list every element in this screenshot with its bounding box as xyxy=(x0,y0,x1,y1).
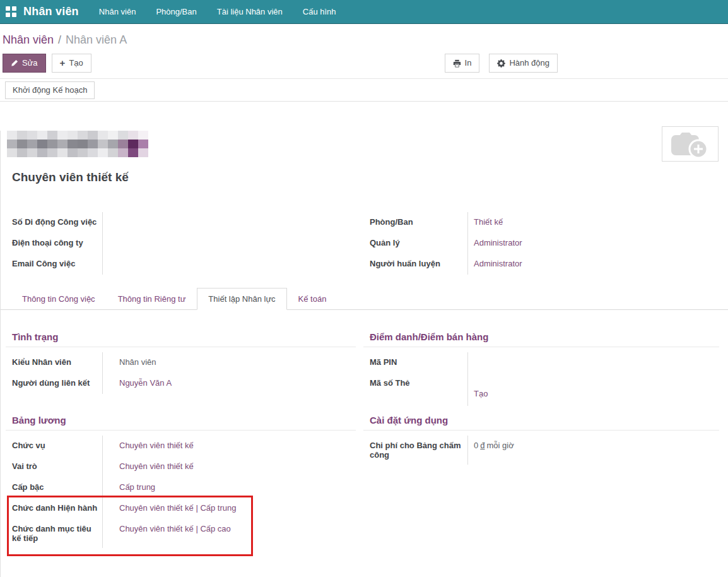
field-value-timesheet-cost[interactable]: 0đmỗi giờ xyxy=(467,436,719,465)
gear-icon xyxy=(497,59,505,68)
field-label-department: Phòng/Ban xyxy=(363,212,467,233)
apps-menu-icon[interactable] xyxy=(6,6,17,18)
top-navbar: Nhân viên Nhân viên Phòng/Ban Tài liệu N… xyxy=(0,0,728,24)
generate-badge-link[interactable]: Tạo xyxy=(474,389,488,398)
field-label-badge-id: Mã số Thẻ xyxy=(363,373,467,406)
apps-menu-square xyxy=(12,6,16,11)
section-app-settings: Cài đặt ứng dụng Chi phí cho Bảng chấm c… xyxy=(363,415,719,548)
create-button-label: Tạo xyxy=(69,58,83,68)
section-title-app-settings: Cài đặt ứng dụng xyxy=(363,415,719,431)
status-bar: Khởi động Kế hoạch xyxy=(0,79,728,102)
field-label-related-user: Người dùng liên kết xyxy=(6,373,102,394)
tab-work-information[interactable]: Thông tin Công việc xyxy=(11,288,107,310)
section-title-status: Tình trạng xyxy=(6,331,356,347)
navbar-menu: Nhân viên Phòng/Ban Tài liệu Nhân viên C… xyxy=(89,0,346,23)
menu-item-departments[interactable]: Phòng/Ban xyxy=(146,0,206,23)
field-label-work-phone: Điện thoại công ty xyxy=(6,233,102,254)
breadcrumb-parent[interactable]: Nhân viên xyxy=(3,33,54,46)
hr-settings-tab-content: Tình trạng Kiểu Nhân viên Nhân viên Ngườ… xyxy=(1,310,728,548)
timesheet-cost-suffix: mỗi giờ xyxy=(486,441,514,450)
field-label-current-job-title: Chức danh Hiện hành xyxy=(6,498,102,519)
field-value-job-position[interactable]: Chuyên viên thiết kế xyxy=(119,441,194,450)
notebook-tabs: Thông tin Công việc Thông tin Riêng tư T… xyxy=(1,288,728,310)
plus-icon: + xyxy=(60,59,66,68)
breadcrumb: Nhân viên/Nhân viên A xyxy=(0,24,728,47)
apps-menu-square xyxy=(12,13,16,17)
field-value-related-user[interactable]: Nguyễn Văn A xyxy=(119,378,172,388)
field-value-work-email[interactable] xyxy=(102,254,356,275)
employee-name-blurred-image xyxy=(7,131,148,157)
field-label-manager: Quản lý xyxy=(363,233,467,254)
edit-button-label: Sửa xyxy=(22,58,38,68)
field-label-next-target-job-title: Chức danh mục tiêu kế tiếp xyxy=(6,519,102,548)
breadcrumb-separator: / xyxy=(58,33,61,46)
currency-symbol-dong: đ xyxy=(480,441,484,450)
breadcrumb-current: Nhân viên A xyxy=(66,33,127,46)
employee-photo-placeholder[interactable] xyxy=(662,126,719,162)
org-field-group: Phòng/Ban Thiết kế Quản lý Administrator… xyxy=(363,212,719,275)
field-value-role[interactable]: Chuyên viên thiết kế xyxy=(119,461,194,471)
field-value-current-job-title[interactable]: Chuyên viên thiết kế | Cấp trung xyxy=(119,503,237,513)
print-button[interactable]: In xyxy=(445,54,480,73)
field-value-pin-code[interactable] xyxy=(467,352,719,373)
create-button[interactable]: + Tạo xyxy=(52,54,91,73)
menu-item-employee-documents[interactable]: Tài liệu Nhân viên xyxy=(207,0,293,23)
edit-button[interactable]: Sửa xyxy=(3,54,46,73)
employee-form-sheet: Chuyên viên thiết kế Số Di động Công việ… xyxy=(0,131,728,577)
field-value-coach[interactable]: Administrator xyxy=(474,259,522,268)
launch-plan-button[interactable]: Khởi động Kế hoạch xyxy=(5,81,95,99)
camera-plus-icon xyxy=(669,129,711,158)
section-attendance-pos: Điểm danh/Điểm bán hàng Mã PIN Mã số Thẻ… xyxy=(363,331,719,406)
field-label-work-mobile: Số Di động Công việc xyxy=(6,212,102,233)
pencil-icon xyxy=(11,59,18,67)
field-value-manager[interactable]: Administrator xyxy=(474,238,522,247)
field-value-grade[interactable]: Cấp trung xyxy=(119,482,155,492)
tab-accounting[interactable]: Kế toán xyxy=(287,288,338,310)
field-value-department[interactable]: Thiết kế xyxy=(474,217,503,227)
employee-job-title: Chuyên viên thiết kế xyxy=(12,170,728,184)
printer-icon xyxy=(453,59,461,68)
field-label-pin-code: Mã PIN xyxy=(363,352,467,373)
print-button-label: In xyxy=(465,58,472,68)
action-button-label: Hành động xyxy=(509,58,549,68)
field-value-employee-type[interactable]: Nhân viên xyxy=(102,352,356,373)
field-label-employee-type: Kiểu Nhân viên xyxy=(6,352,102,373)
apps-menu-square xyxy=(6,13,10,17)
menu-item-employees[interactable]: Nhân viên xyxy=(89,0,146,23)
section-payroll: Bảng lương Chức vụ Chuyên viên thiết kế … xyxy=(6,415,356,548)
timesheet-cost-amount: 0 xyxy=(474,441,478,450)
action-button[interactable]: Hành động xyxy=(489,54,558,73)
field-label-grade: Cấp bậc xyxy=(6,477,102,498)
menu-item-configuration[interactable]: Cấu hình xyxy=(293,0,346,23)
field-label-timesheet-cost: Chi phí cho Bảng chấm công xyxy=(363,436,467,465)
top-field-groups: Số Di động Công việc Điện thoại công ty … xyxy=(1,212,728,275)
tab-hr-settings[interactable]: Thiết lập Nhân lực xyxy=(197,288,286,310)
field-value-work-mobile[interactable] xyxy=(102,212,356,233)
apps-menu-square xyxy=(6,6,10,11)
contact-field-group: Số Di động Công việc Điện thoại công ty … xyxy=(6,212,356,275)
field-value-next-target-job-title[interactable]: Chuyên viên thiết kế | Cấp cao xyxy=(119,524,231,533)
field-label-role: Vai trò xyxy=(6,456,102,477)
section-title-attendance-pos: Điểm danh/Điểm bán hàng xyxy=(363,331,719,347)
field-label-job-position: Chức vụ xyxy=(6,436,102,456)
tab-private-information[interactable]: Thông tin Riêng tư xyxy=(107,288,197,310)
section-status: Tình trạng Kiểu Nhân viên Nhân viên Ngườ… xyxy=(6,331,356,406)
section-title-payroll: Bảng lương xyxy=(6,415,356,431)
app-title[interactable]: Nhân viên xyxy=(23,5,79,18)
control-panel: Sửa + Tạo In Hành động xyxy=(0,47,728,74)
field-value-work-phone[interactable] xyxy=(102,233,356,254)
field-label-coach: Người huấn luyện xyxy=(363,254,467,275)
field-label-work-email: Email Công việc xyxy=(6,254,102,275)
